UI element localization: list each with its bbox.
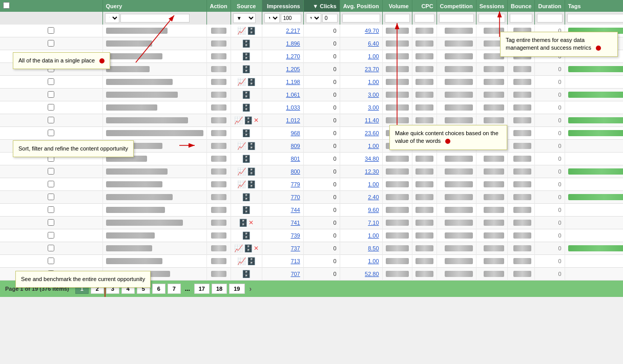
filter-source-select[interactable]: ▼ [233,13,256,23]
row-checkbox[interactable] [48,206,54,213]
db-icon[interactable]: 🗄️ [242,39,251,48]
x-icon[interactable]: ✕ [254,117,259,124]
page-btn-7[interactable]: 7 [168,284,181,294]
chart-icon[interactable]: 📈 [234,116,243,124]
row-checkbox[interactable] [48,245,54,251]
col-header-action[interactable]: Action [206,0,231,12]
impressions-value[interactable]: 800 [290,168,300,175]
impressions-value[interactable]: 1,033 [286,104,300,111]
db-icon[interactable]: 🗄️ [242,103,251,112]
impressions-value[interactable]: 1,896 [286,40,300,47]
col-header-source[interactable]: Source [231,0,262,12]
impressions-value[interactable]: 968 [290,130,300,136]
chart-icon[interactable]: 📈 [237,27,246,35]
filter-cpc-input[interactable] [414,14,434,23]
impressions-value[interactable]: 1,198 [286,79,300,85]
db-icon[interactable]: 🗄️ [247,180,256,188]
db-icon[interactable]: 🗄️ [247,257,256,265]
row-checkbox[interactable] [48,78,54,85]
col-header-query[interactable]: Query [102,0,206,12]
avgpos-value[interactable]: 2.40 [368,194,379,200]
select-all-checkbox[interactable] [3,2,10,9]
filter-sessions-input[interactable] [479,14,505,23]
avgpos-value[interactable]: 1.00 [368,181,379,187]
avgpos-value[interactable]: 3.00 [368,92,379,98]
avgpos-value[interactable]: 3.00 [368,104,379,111]
page-next-btn[interactable]: › [247,284,255,294]
row-checkbox[interactable] [48,104,54,111]
avgpos-value[interactable]: 23.70 [365,66,379,72]
db-icon[interactable]: 🗄️ [247,27,256,35]
impressions-value[interactable]: 1,012 [286,117,300,123]
avgpos-value[interactable]: 52.80 [365,271,379,277]
row-checkbox[interactable] [48,258,54,264]
row-checkbox[interactable] [48,27,54,34]
filter-competition-input[interactable] [439,14,474,23]
impressions-value[interactable]: 801 [290,156,300,162]
db-icon[interactable]: 🗄️ [247,142,256,150]
db-icon[interactable]: 🗄️ [242,65,251,73]
x-icon[interactable]: ✕ [254,245,259,252]
filter-query-input[interactable] [120,14,190,23]
col-header-impressions[interactable]: Impressions [262,0,303,12]
db-icon[interactable]: 🗄️ [244,244,253,252]
page-btn-19[interactable]: 19 [229,284,244,294]
chart-icon[interactable]: 📈 [237,167,246,176]
avgpos-value[interactable]: 7.10 [368,220,379,226]
x-icon[interactable]: ✕ [248,219,254,226]
avgpos-value[interactable]: 1.00 [368,232,379,239]
db-icon[interactable]: 🗄️ [242,155,251,163]
avgpos-value[interactable]: 1.00 [368,258,379,264]
row-checkbox[interactable] [48,130,54,136]
filter-impressions-input[interactable] [281,14,301,23]
impressions-value[interactable]: 713 [290,258,300,264]
db-icon[interactable]: 🗄️ [239,219,247,227]
col-header-tags[interactable]: Tags [565,0,623,12]
avgpos-value[interactable]: 12.30 [365,168,379,175]
col-header-clicks[interactable]: ▼ Clicks [303,0,340,12]
db-icon[interactable]: 🗄️ [242,270,251,278]
filter-impressions-select[interactable]: ▼ [264,13,280,23]
row-checkbox[interactable] [48,219,54,226]
chart-icon[interactable]: 📈 [234,244,243,252]
row-checkbox[interactable] [48,91,54,98]
db-icon[interactable]: 🗄️ [242,231,251,240]
db-icon[interactable]: 🗄️ [242,91,251,99]
filter-duration-input[interactable] [537,14,562,23]
impressions-value[interactable]: 809 [290,143,300,149]
col-header-competition[interactable]: Competition [437,0,476,12]
impressions-value[interactable]: 741 [290,220,300,226]
col-header-sessions[interactable]: Sessions [476,0,507,12]
avgpos-value[interactable]: 11.40 [365,117,379,123]
col-header-bounce[interactable]: Bounce [508,0,535,12]
avgpos-value[interactable]: 1.00 [368,143,379,149]
avgpos-value[interactable]: 34.80 [365,156,379,162]
avgpos-value[interactable]: 1.00 [368,53,379,59]
avgpos-value[interactable]: 1.00 [368,79,379,85]
impressions-value[interactable]: 739 [290,232,300,239]
impressions-value[interactable]: 1,205 [286,66,300,72]
page-btn-6[interactable]: 6 [152,284,165,294]
col-header-cpc[interactable]: CPC [412,0,437,12]
avgpos-value[interactable]: 9.60 [368,207,379,213]
filter-query-select[interactable]: ▼ [105,13,119,23]
chart-icon[interactable]: 📈 [237,257,246,265]
impressions-value[interactable]: 1,270 [286,53,300,59]
db-icon[interactable]: 🗄️ [244,116,253,124]
col-header-duration[interactable]: Duration [535,0,565,12]
impressions-value[interactable]: 737 [290,245,300,251]
avgpos-value[interactable]: 6.40 [368,40,379,47]
impressions-value[interactable]: 707 [290,271,300,277]
row-checkbox[interactable] [48,168,54,175]
row-checkbox[interactable] [48,40,54,47]
impressions-value[interactable]: 744 [290,207,300,213]
db-icon[interactable]: 🗄️ [242,52,251,60]
filter-tags-input[interactable] [567,14,623,23]
avgpos-value[interactable]: 23.60 [365,130,379,136]
impressions-value[interactable]: 2,217 [286,28,300,34]
filter-clicks-select[interactable]: ▼ [306,13,321,23]
col-header-avgpos[interactable]: Avg. Position [340,0,382,12]
row-checkbox[interactable] [48,117,54,123]
db-icon[interactable]: 🗄️ [242,193,251,201]
db-icon[interactable]: 🗄️ [247,167,256,176]
